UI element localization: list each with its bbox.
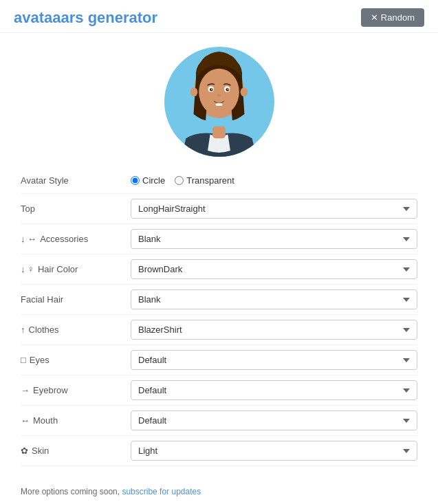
- avatar-style-row: Avatar Style Circle Transparent: [21, 168, 417, 194]
- clothes-label: ↑ Clothes: [21, 325, 131, 335]
- hair-color-label: ↓ ♀ Hair Color: [21, 264, 131, 274]
- svg-point-8: [211, 88, 212, 89]
- eyes-label: □ Eyes: [21, 355, 131, 365]
- top-select[interactable]: LongHairStraight LongHairBob ShortHairSh…: [131, 199, 417, 219]
- avatar-style-input: Circle Transparent: [131, 173, 417, 188]
- svg-point-9: [228, 88, 229, 89]
- mouth-icon: ↔: [21, 415, 30, 426]
- facial-hair-input: Blank BeardLight BeardMedium BeardMagest…: [131, 289, 417, 309]
- clothes-icon: ↑: [21, 325, 25, 335]
- transparent-radio-label[interactable]: Transparent: [175, 175, 234, 186]
- accessories-label: ↓ ↔ Accessories: [21, 234, 131, 244]
- transparent-radio[interactable]: [175, 176, 184, 185]
- top-row: Top LongHairStraight LongHairBob ShortHa…: [21, 194, 417, 224]
- eyebrow-select[interactable]: Default Angry AngryNatural DefaultNatura…: [131, 380, 417, 400]
- footer-note-text: More options coming soon,: [21, 487, 120, 496]
- footer-note: More options coming soon, subscribe for …: [0, 480, 438, 502]
- hair-color-icon: ↓ ♀: [21, 264, 34, 274]
- eyes-row: □ Eyes Default Close Cry Dizzy EyeRoll H…: [21, 345, 417, 375]
- hair-color-select[interactable]: BrownDark Auburn Black Blonde BlondeGold…: [131, 259, 417, 279]
- accessories-input: Blank Kurt Prescription01 Prescription02…: [131, 229, 417, 249]
- skin-input: Light Tanned Yellow Pale Gold Brown Dark…: [131, 441, 417, 461]
- accessories-icon: ↓ ↔: [21, 234, 36, 244]
- facial-hair-label: Facial Hair: [21, 294, 131, 305]
- facial-hair-row: Facial Hair Blank BeardLight BeardMedium…: [21, 285, 417, 315]
- mouth-input: Default Concerned Disbelief Eating Grima…: [131, 410, 417, 430]
- hair-color-row: ↓ ♀ Hair Color BrownDark Auburn Black Bl…: [21, 254, 417, 285]
- hair-color-input: BrownDark Auburn Black Blonde BlondeGold…: [131, 259, 417, 279]
- mouth-select[interactable]: Default Concerned Disbelief Eating Grima…: [131, 410, 417, 430]
- eyebrow-row: → Eyebrow Default Angry AngryNatural Def…: [21, 375, 417, 406]
- subscribe-link[interactable]: subscribe for updates: [122, 487, 201, 496]
- skin-select[interactable]: Light Tanned Yellow Pale Gold Brown Dark…: [131, 441, 417, 461]
- eyes-select[interactable]: Default Close Cry Dizzy EyeRoll Happy He…: [131, 350, 417, 370]
- mouth-label: ↔ Mouth: [21, 415, 131, 426]
- avatar-preview-container: [0, 33, 438, 168]
- svg-point-10: [217, 94, 221, 96]
- svg-rect-1: [212, 126, 226, 138]
- avatar-circle: [164, 47, 274, 157]
- top-input: LongHairStraight LongHairBob ShortHairSh…: [131, 199, 417, 219]
- skin-row: ✿ Skin Light Tanned Yellow Pale Gold Bro…: [21, 436, 417, 466]
- svg-point-3: [199, 68, 239, 115]
- accessories-row: ↓ ↔ Accessories Blank Kurt Prescription0…: [21, 224, 417, 254]
- app-title: avataaars generator: [14, 9, 157, 27]
- avatar-style-label: Avatar Style: [21, 175, 131, 186]
- clothes-input: BlazerShirt BlazerSweater CollarSweater …: [131, 320, 417, 340]
- mouth-row: ↔ Mouth Default Concerned Disbelief Eati…: [21, 406, 417, 436]
- eyes-icon: □: [21, 355, 26, 365]
- svg-rect-11: [216, 103, 222, 106]
- eyebrow-input: Default Angry AngryNatural DefaultNatura…: [131, 380, 417, 400]
- skin-icon: ✿: [21, 446, 28, 456]
- accessories-select[interactable]: Blank Kurt Prescription01 Prescription02…: [131, 229, 417, 249]
- clothes-select[interactable]: BlazerShirt BlazerSweater CollarSweater …: [131, 320, 417, 340]
- clothes-row: ↑ Clothes BlazerShirt BlazerSweater Coll…: [21, 315, 417, 345]
- eyebrow-icon: →: [21, 385, 30, 395]
- circle-radio[interactable]: [131, 176, 140, 185]
- svg-point-12: [190, 87, 198, 96]
- facial-hair-select[interactable]: Blank BeardLight BeardMedium BeardMagest…: [131, 289, 417, 309]
- controls-panel: Avatar Style Circle Transparent Top Long…: [0, 168, 438, 480]
- svg-point-13: [241, 87, 248, 96]
- eyebrow-label: → Eyebrow: [21, 385, 131, 395]
- top-label: Top: [21, 204, 131, 214]
- eyes-input: Default Close Cry Dizzy EyeRoll Happy He…: [131, 350, 417, 370]
- circle-radio-label[interactable]: Circle: [131, 175, 165, 186]
- random-button[interactable]: ✕ Random: [361, 8, 424, 27]
- skin-label: ✿ Skin: [21, 446, 131, 456]
